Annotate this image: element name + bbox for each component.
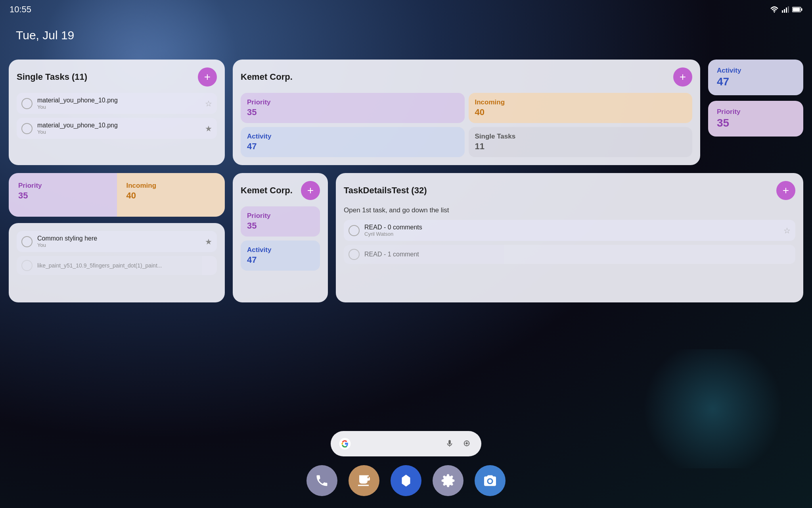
svg-rect-2	[784, 9, 785, 13]
svg-marker-15	[402, 475, 410, 487]
widget-priority-incoming: Priority 35 Incoming 40	[9, 173, 225, 217]
task-checkbox[interactable]	[21, 98, 33, 109]
kemet-large-header: Kemet Corp. +	[241, 67, 692, 87]
single-tasks-add-button[interactable]: +	[198, 67, 217, 87]
left-col-bottom: Priority 35 Incoming 40 Common styling h…	[9, 173, 225, 302]
single-tasks-header: Single Tasks (11) +	[17, 67, 217, 87]
stat-priority-value: 35	[247, 107, 458, 117]
task-author: Cyril Watson	[364, 231, 779, 237]
dock-phone-icon[interactable]	[306, 465, 337, 496]
task-name: READ - 1 comment	[364, 251, 791, 258]
dock-coffee-icon[interactable]	[349, 465, 379, 496]
widget-task-details: TaskDetailsTest (32) + Open 1st task, an…	[336, 173, 803, 302]
dock-camera-icon[interactable]	[475, 465, 506, 496]
task-item[interactable]: material_you_phone_10.png You ★	[17, 118, 217, 139]
svg-point-10	[465, 442, 468, 444]
battery-icon	[792, 6, 802, 13]
task-star-filled-icon[interactable]: ★	[205, 124, 212, 133]
google-g-icon	[339, 437, 351, 450]
task-checkbox	[21, 260, 33, 271]
task-star-icon[interactable]: ★	[205, 237, 212, 246]
kemet-small-priority-value: 35	[247, 221, 314, 231]
pi-incoming-value: 40	[126, 190, 216, 201]
status-bar: 10:55	[0, 0, 812, 19]
task-details-header: TaskDetailsTest (32) +	[344, 181, 795, 200]
dock-blue-app-icon[interactable]	[391, 465, 421, 496]
widgets-row-1: Single Tasks (11) + material_you_phone_1…	[9, 60, 803, 165]
task-item[interactable]: Common styling here You ★	[17, 231, 217, 252]
pi-priority-label: Priority	[18, 182, 107, 190]
status-icons	[770, 6, 802, 13]
widget-kemet-small: Kemet Corp. + Priority 35 Activity 47	[233, 173, 328, 302]
truncated-task-text: like_paint_y51_10.9_5fingers_paint_dot(1…	[37, 262, 162, 269]
stat-priority-label: Priority	[247, 98, 458, 106]
kemet-small-stats: Priority 35 Activity 47	[241, 206, 320, 271]
kemet-large-add-button[interactable]: +	[673, 67, 692, 87]
priority-small-value: 35	[717, 117, 795, 129]
lens-icon[interactable]	[461, 437, 473, 450]
task-star-icon[interactable]: ☆	[783, 226, 791, 235]
widget-kemet-large: Kemet Corp. + Priority 35 Incoming 40 Ac…	[233, 60, 700, 165]
task-info: material_you_phone_10.png You	[37, 122, 200, 135]
pi-incoming[interactable]: Incoming 40	[117, 173, 225, 217]
svg-point-17	[488, 479, 492, 483]
svg-rect-6	[801, 8, 802, 11]
kemet-large-stats: Priority 35 Incoming 40 Activity 47 Sing…	[241, 93, 692, 157]
task-item[interactable]: material_you_phone_10.png You ☆	[17, 93, 217, 114]
svg-rect-3	[786, 8, 787, 13]
task-author: You	[37, 242, 200, 248]
widget-tasks-list-bottom: Common styling here You ★ like_paint_y51…	[9, 223, 225, 302]
pi-priority-value: 35	[18, 190, 107, 201]
task-name: material_you_phone_10.png	[37, 97, 200, 104]
task-checkbox[interactable]	[349, 249, 360, 260]
kemet-small-priority-label: Priority	[247, 212, 314, 220]
task-details-add-button[interactable]: +	[776, 181, 795, 200]
widget-single-tasks: Single Tasks (11) + material_you_phone_1…	[9, 60, 225, 165]
pi-priority[interactable]: Priority 35	[9, 173, 117, 217]
widget-activity-small[interactable]: Activity 47	[708, 60, 803, 95]
kemet-small-activity-value: 47	[247, 255, 314, 265]
task-details-item-1[interactable]: READ - 0 comments Cyril Watson ☆	[344, 220, 795, 241]
task-star-icon[interactable]: ☆	[205, 99, 212, 108]
stat-priority[interactable]: Priority 35	[241, 93, 465, 123]
kemet-small-add-button[interactable]: +	[301, 181, 320, 200]
task-checkbox[interactable]	[21, 236, 33, 247]
stat-incoming-label: Incoming	[475, 98, 686, 106]
task-name: Common styling here	[37, 235, 200, 242]
task-author: You	[37, 129, 200, 135]
task-checkbox[interactable]	[21, 123, 33, 134]
stat-incoming[interactable]: Incoming 40	[469, 93, 693, 123]
svg-rect-1	[782, 10, 783, 13]
stat-single-tasks[interactable]: Single Tasks 11	[469, 127, 693, 157]
pi-incoming-label: Incoming	[126, 182, 216, 190]
kemet-small-activity-label: Activity	[247, 246, 314, 254]
task-name: material_you_phone_10.png	[37, 122, 200, 129]
activity-small-value: 47	[717, 75, 795, 88]
stat-single-tasks-label: Single Tasks	[475, 133, 686, 140]
dock-settings-icon[interactable]	[433, 465, 463, 496]
pi-grid: Priority 35 Incoming 40	[9, 173, 225, 217]
mic-icon[interactable]	[443, 437, 456, 450]
widgets-row-2: Priority 35 Incoming 40 Common styling h…	[9, 173, 803, 302]
task-details-description: Open 1st task, and go down the list	[344, 206, 795, 214]
search-bar[interactable]	[331, 431, 481, 456]
stat-activity[interactable]: Activity 47	[241, 127, 465, 157]
dock	[306, 465, 506, 496]
widget-priority-small[interactable]: Priority 35	[708, 101, 803, 137]
widgets-area: Single Tasks (11) + material_you_phone_1…	[9, 60, 803, 310]
task-checkbox[interactable]	[349, 225, 360, 236]
task-author: You	[37, 104, 200, 110]
kemet-small-activity[interactable]: Activity 47	[241, 241, 320, 271]
right-col: Activity 47 Priority 35	[708, 60, 803, 165]
task-info: READ - 0 comments Cyril Watson	[364, 224, 779, 237]
task-details-item-2[interactable]: READ - 1 comment	[344, 245, 795, 264]
stat-single-tasks-value: 11	[475, 141, 686, 152]
task-info: material_you_phone_10.png You	[37, 97, 200, 110]
single-tasks-title: Single Tasks (11)	[17, 72, 87, 82]
task-info: Common styling here You	[37, 235, 200, 248]
signal-icon	[782, 6, 789, 13]
kemet-small-title: Kemet Corp.	[241, 185, 293, 196]
wifi-icon	[770, 6, 779, 13]
task-details-title: TaskDetailsTest (32)	[344, 185, 427, 196]
kemet-small-priority[interactable]: Priority 35	[241, 206, 320, 237]
